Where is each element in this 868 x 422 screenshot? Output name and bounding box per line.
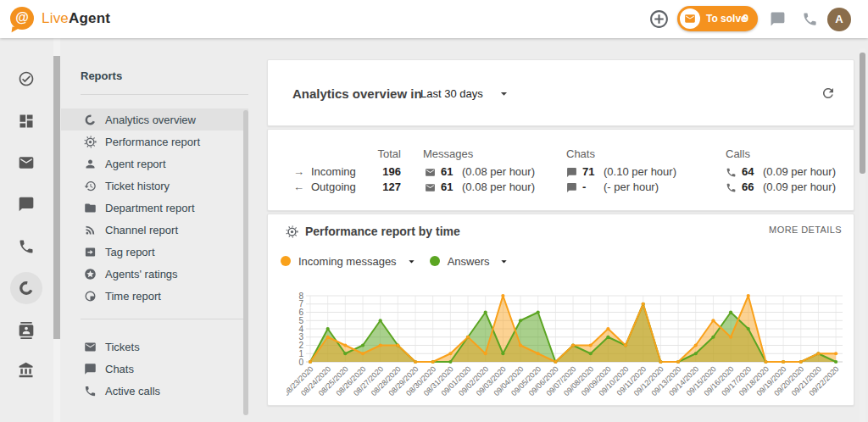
sidebar-item-label: Department report	[105, 202, 195, 214]
col-header-total: Total	[353, 147, 401, 160]
y-tick-label: 2	[298, 341, 303, 350]
y-tick-label: 5	[298, 316, 303, 325]
chats-value: -	[582, 180, 586, 193]
y-tick-label: 7	[298, 299, 303, 308]
y-tick-label: 4	[298, 325, 303, 334]
legend-item-answers[interactable]: Answers	[430, 255, 511, 268]
sidebar-item-label: Analytics overview	[105, 114, 196, 126]
rail-item-customers-icon[interactable]	[18, 322, 35, 339]
to-solve-button[interactable]: To solve 9	[677, 6, 758, 31]
calls-rate: (0.09 per hour)	[763, 165, 836, 178]
rail-item-company-icon[interactable]	[18, 362, 35, 379]
stats-row-outgoing: ←Outgoing12761(0.08 per hour)-(- per hou…	[268, 180, 855, 194]
chat-icon[interactable]	[770, 11, 786, 27]
performance-report-card: Performance report by time MORE DETAILS …	[267, 214, 854, 406]
calls-value: 64	[742, 165, 754, 178]
person-icon	[84, 158, 97, 170]
total-value: 196	[353, 165, 401, 178]
mail-icon	[425, 167, 436, 178]
chevron-down-icon[interactable]	[405, 255, 418, 268]
outgoing-arrow-icon: ←	[293, 180, 304, 193]
phone-icon[interactable]	[802, 11, 818, 27]
chat-icon	[566, 182, 577, 193]
gauge-icon	[286, 225, 298, 238]
gauge-icon	[84, 136, 97, 148]
liveagent-logo[interactable]: @ LiveAgent	[10, 7, 110, 30]
sidebar-item-label: Chats	[105, 363, 134, 375]
calls-value: 66	[742, 180, 754, 193]
avatar[interactable]: A	[827, 8, 851, 31]
phone-icon	[84, 385, 97, 397]
rail-item-calls-icon[interactable]	[18, 238, 35, 255]
direction-label: Outgoing	[311, 180, 356, 193]
sidebar-item-label: Channel report	[105, 224, 178, 236]
history-icon	[84, 180, 97, 192]
rail-item-dashboard-icon[interactable]	[18, 113, 35, 130]
messages-rate: (0.08 per hour)	[462, 180, 535, 193]
calls-rate: (0.09 per hour)	[763, 180, 836, 193]
y-tick-label: 6	[298, 308, 303, 317]
clock-pie-icon	[84, 290, 97, 303]
sidebar-item-analytics-overview[interactable]: Analytics overview	[61, 108, 248, 130]
refresh-icon[interactable]	[821, 86, 836, 101]
to-solve-label: To solve	[706, 13, 747, 25]
reports-menu: Analytics overviewPerformance reportAgen…	[61, 108, 248, 402]
sidebar-title: Reports	[81, 69, 122, 82]
to-solve-count: 9	[743, 13, 748, 25]
sidebar-item-department-report[interactable]: Department report	[61, 197, 248, 219]
brand-agent: Agent	[69, 10, 110, 26]
rail-item-reports-icon[interactable]	[18, 280, 35, 297]
legend-dot-icon	[430, 256, 440, 266]
y-tick-label: 8	[298, 292, 303, 301]
brand-live: Live	[42, 10, 69, 26]
stats-row-incoming: →Incoming19661(0.08 per hour)71(0.10 per…	[268, 165, 855, 179]
menu-scrollbar-thumb[interactable]	[243, 110, 248, 415]
sidebar-item-label: Active calls	[105, 385, 160, 397]
sidebar-item-agents-ratings[interactable]: Agents' ratings	[61, 263, 248, 285]
rail-item-chats-icon[interactable]	[18, 196, 35, 213]
messages-value: 61	[441, 180, 453, 193]
main-scrollbar-thumb[interactable]	[860, 53, 865, 174]
sidebar-item-time-report[interactable]: Time report	[61, 285, 248, 307]
chevron-down-icon[interactable]	[497, 86, 511, 101]
chat-icon	[566, 167, 577, 178]
sidebar-item-label: Agent report	[105, 158, 166, 170]
mail-icon	[84, 341, 97, 353]
sidebar-item-agent-report[interactable]: Agent report	[61, 153, 248, 175]
add-icon[interactable]	[648, 8, 670, 30]
more-details-button[interactable]: MORE DETAILS	[769, 225, 842, 235]
sidebar-item-tickets[interactable]: Tickets	[61, 336, 248, 358]
chevron-down-icon[interactable]	[498, 255, 510, 268]
legend-label: Answers	[448, 255, 490, 268]
col-header-calls: Calls	[726, 147, 750, 160]
chats-rate: (- per hour)	[604, 180, 659, 193]
sidebar-item-tag-report[interactable]: Tag report	[61, 241, 248, 263]
phone-icon	[726, 167, 737, 178]
col-header-chats: Chats	[566, 147, 595, 160]
sidebar-item-channel-report[interactable]: Channel report	[61, 219, 248, 241]
rail-item-tickets-icon[interactable]	[18, 154, 35, 171]
total-value: 127	[353, 180, 401, 193]
messages-value: 61	[441, 165, 453, 178]
y-tick-label: 1	[298, 349, 303, 358]
sidebar-item-label: Time report	[105, 290, 161, 303]
chart-x-labels: 08/23/202008/24/202008/25/202008/26/2020…	[287, 364, 841, 397]
sidebar-item-label: Performance report	[105, 136, 200, 148]
sidebar-divider	[81, 94, 248, 95]
rail-scrollbar-thumb[interactable]	[53, 56, 60, 339]
direction-label: Incoming	[311, 165, 356, 178]
legend-item-incoming-messages[interactable]: Incoming messages	[281, 255, 418, 268]
date-range-select[interactable]: Last 30 days	[420, 87, 483, 100]
sidebar-item-ticket-history[interactable]: Ticket history	[61, 175, 248, 197]
sidebar-item-active-calls[interactable]: Active calls	[61, 380, 248, 402]
logo-bubble-icon: @	[10, 7, 34, 30]
performance-chart: 01234567808/23/202008/24/202008/25/20200…	[287, 287, 855, 406]
sidebar-item-label: Agents' ratings	[105, 268, 178, 280]
sidebar-item-performance-report[interactable]: Performance report	[61, 130, 248, 153]
rail-item-tasks-icon[interactable]	[18, 70, 35, 87]
y-tick-label: 3	[298, 332, 303, 341]
star-circle-icon	[84, 268, 97, 280]
sidebar-item-label: Tickets	[105, 341, 140, 353]
sidebar-item-chats[interactable]: Chats	[61, 358, 248, 380]
col-header-messages: Messages	[423, 147, 473, 160]
